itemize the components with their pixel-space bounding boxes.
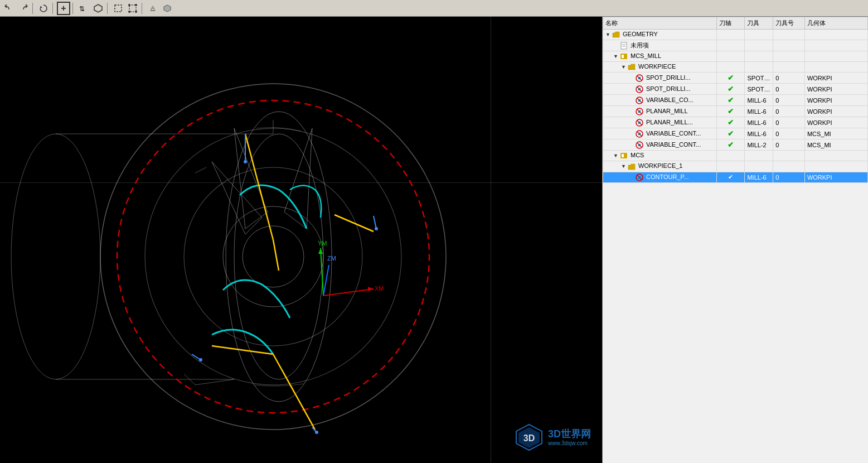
svg-rect-71 bbox=[622, 154, 624, 157]
svg-marker-0 bbox=[40, 6, 42, 8]
svg-point-19 bbox=[104, 88, 443, 426]
svg-line-23 bbox=[273, 354, 315, 430]
toolbar-btn-3d-wire[interactable] bbox=[146, 2, 159, 15]
table-row[interactable]: ▼WORKPIECE_1 bbox=[603, 161, 868, 172]
operations-tbody: ▼GEOMETRY未用项▼MCS_MILL▼WORKPIECESPOT_DRIL… bbox=[603, 30, 868, 183]
svg-point-13 bbox=[226, 112, 332, 402]
cell-name: VARIABLE_CO... bbox=[603, 95, 717, 106]
toolbar-btn-select-rect[interactable] bbox=[111, 2, 125, 15]
cell-name: ▼WORKPIECE_1 bbox=[603, 161, 717, 172]
table-row[interactable]: ▼MCS bbox=[603, 151, 868, 161]
cell-axis: ✔ bbox=[716, 106, 745, 117]
cell-name-label: WORKPIECE bbox=[638, 63, 676, 70]
table-row[interactable]: ▼GEOMETRY bbox=[603, 30, 868, 40]
cell-axis: ✔ bbox=[716, 84, 745, 95]
cell-name: VARIABLE_CONT... bbox=[603, 128, 717, 139]
main-layout: XM YM ZM 3D 3D世界网 bbox=[0, 17, 868, 463]
toolbar-btn-select-dots[interactable] bbox=[126, 2, 139, 15]
svg-point-14 bbox=[61, 45, 484, 463]
cell-toolno: 0 bbox=[773, 117, 805, 128]
cell-toolno bbox=[773, 51, 805, 62]
table-row[interactable]: ▼WORKPIECE bbox=[603, 62, 868, 73]
svg-point-30 bbox=[199, 358, 202, 361]
svg-line-33 bbox=[323, 289, 374, 296]
toolbar-btn-add[interactable]: + bbox=[57, 2, 70, 15]
cell-axis: ✔ bbox=[716, 172, 745, 182]
cell-geom bbox=[804, 62, 867, 73]
toolbar-btn-redo[interactable] bbox=[17, 2, 30, 15]
cell-name-label: WORKPIECE_1 bbox=[638, 162, 682, 169]
table-header-row: 名称 刀轴 刀具 刀具号 几何体 bbox=[603, 17, 868, 30]
cell-tool: MILL-6 bbox=[745, 128, 773, 139]
cell-axis bbox=[716, 30, 745, 40]
table-row[interactable]: PLANAR_MILL✔MILL-60WORKPI bbox=[603, 106, 868, 117]
cell-geom bbox=[804, 40, 867, 51]
toolbar-btn-arrows[interactable]: ⇅ bbox=[77, 2, 90, 15]
svg-point-18 bbox=[243, 226, 304, 287]
toolbar-btn-3d-solid[interactable] bbox=[161, 2, 174, 15]
table-row[interactable]: 未用项 bbox=[603, 40, 868, 51]
toolbar-sep-2 bbox=[52, 3, 55, 14]
cell-tool: MILL-6 bbox=[745, 172, 773, 182]
cell-geom: WORKPI bbox=[804, 106, 867, 117]
cell-toolno: 0 bbox=[773, 139, 805, 151]
svg-text:XM: XM bbox=[375, 285, 384, 292]
cell-axis bbox=[716, 62, 745, 73]
table-row[interactable]: ▼MCS_MILL bbox=[603, 51, 868, 62]
cell-name: ▼MCS bbox=[603, 151, 717, 161]
cell-name: ▼MCS_MILL bbox=[603, 51, 717, 62]
svg-rect-54 bbox=[638, 88, 641, 90]
cell-tool: MILL-2 bbox=[745, 139, 773, 151]
cell-name-label: PLANAR_MILL bbox=[646, 108, 688, 114]
svg-line-27 bbox=[374, 216, 376, 229]
cell-axis bbox=[716, 51, 745, 62]
toolbar-btn-undo[interactable] bbox=[2, 2, 16, 15]
svg-text:3D: 3D bbox=[523, 433, 535, 443]
cell-name: PLANAR_MILL... bbox=[603, 117, 717, 128]
cell-toolno: 0 bbox=[773, 95, 805, 106]
table-row[interactable]: SPOT_DRILLI...✔SPOTD...0WORKPI bbox=[603, 84, 868, 95]
cell-name-label: MCS_MILL bbox=[631, 52, 661, 59]
cell-name-label: 未用项 bbox=[631, 42, 649, 49]
cell-axis bbox=[716, 40, 745, 51]
col-header-toolno: 刀具号 bbox=[773, 17, 805, 30]
cell-name-label: VARIABLE_CONT... bbox=[646, 141, 701, 148]
table-row[interactable]: VARIABLE_CO...✔MILL-60WORKPI bbox=[603, 95, 868, 106]
svg-marker-34 bbox=[368, 287, 374, 291]
svg-rect-63 bbox=[638, 122, 641, 124]
cell-name-label: MCS bbox=[631, 152, 644, 158]
svg-point-6 bbox=[135, 4, 137, 6]
cell-axis bbox=[716, 151, 745, 161]
table-row[interactable]: VARIABLE_CONT...✔MILL-60MCS_MI bbox=[603, 128, 868, 139]
table-row[interactable]: CONTOUR_P...✔MILL-60WORKPI bbox=[603, 172, 868, 182]
cell-tool bbox=[745, 51, 773, 62]
table-row[interactable]: SPOT_DRILLI...✔SPOTD...0WORKPI bbox=[603, 73, 868, 84]
svg-text:ZM: ZM bbox=[327, 255, 336, 262]
operations-table-container[interactable]: 名称 刀轴 刀具 刀具号 几何体 ▼GEOMETRY未用项▼MCS_MILL▼W… bbox=[603, 17, 868, 463]
table-row[interactable]: PLANAR_MILL...✔MILL-60WORKPI bbox=[603, 117, 868, 128]
cell-axis: ✔ bbox=[716, 139, 745, 151]
svg-point-15 bbox=[125, 108, 422, 406]
col-header-tool: 刀具 bbox=[745, 17, 773, 30]
cell-tool: MILL-6 bbox=[745, 117, 773, 128]
toolbar-btn-refresh[interactable] bbox=[37, 2, 50, 15]
toolbar-btn-polygon[interactable] bbox=[91, 2, 105, 15]
cell-toolno: 0 bbox=[773, 128, 805, 139]
toolbar-sep-3 bbox=[72, 3, 75, 14]
cell-geom bbox=[804, 151, 867, 161]
watermark-url: www.3dsjw.com bbox=[548, 440, 591, 446]
cell-name-label: SPOT_DRILLI... bbox=[646, 85, 690, 92]
cell-axis: ✔ bbox=[716, 128, 745, 139]
toolbar: + ⇅ bbox=[0, 0, 868, 17]
svg-rect-4 bbox=[129, 5, 136, 12]
cell-name-label: GEOMETRY bbox=[623, 31, 658, 37]
table-row[interactable]: VARIABLE_CONT...✔MILL-20MCS_MI bbox=[603, 139, 868, 151]
cad-viewport[interactable]: XM YM ZM 3D 3D世界网 bbox=[0, 17, 602, 463]
cell-toolno bbox=[773, 151, 805, 161]
cell-tool bbox=[745, 30, 773, 40]
svg-point-5 bbox=[128, 4, 130, 6]
cell-name-label: CONTOUR_P... bbox=[646, 173, 689, 180]
svg-rect-57 bbox=[638, 99, 641, 102]
cell-toolno bbox=[773, 40, 805, 51]
col-header-axis: 刀轴 bbox=[716, 17, 745, 30]
